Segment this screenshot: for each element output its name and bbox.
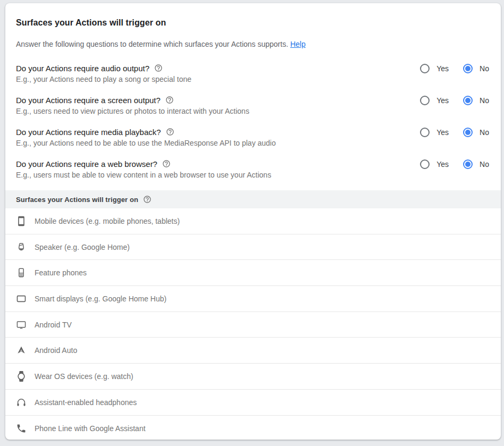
question-title: Do your Actions require a screen output? xyxy=(16,96,161,105)
surface-label: Wear OS devices (e.g. watch) xyxy=(35,372,133,381)
surface-label: Assistant-enabled headphones xyxy=(35,398,137,407)
surface-row-headphones: Assistant-enabled headphones xyxy=(5,390,501,416)
wear-os-watch-icon xyxy=(16,371,27,382)
radio-circle-no[interactable] xyxy=(463,96,473,105)
radio-circle-no[interactable] xyxy=(463,64,473,73)
radio-option-yes[interactable]: Yes xyxy=(420,96,449,105)
page-description: Answer the following questions to determ… xyxy=(16,40,489,48)
surface-label: Mobile devices (e.g. mobile phones, tabl… xyxy=(35,217,180,225)
radio-circle-no[interactable] xyxy=(463,159,473,169)
question-title: Do your Actions require media playback? xyxy=(16,128,161,137)
help-icon[interactable] xyxy=(166,128,174,136)
radio-option-no[interactable]: No xyxy=(463,159,489,169)
question-web-browser: Do your Actions require a web browser? E… xyxy=(16,158,489,179)
surface-row-smart-displays: Smart displays (e.g. Google Home Hub) xyxy=(5,286,501,312)
help-icon[interactable] xyxy=(165,96,174,104)
card-header: Surfaces your Actions will trigger on An… xyxy=(5,3,501,48)
question-title: Do your Actions require audio output? xyxy=(16,64,149,73)
surfaces-section-title: Surfaces your Actions will trigger on xyxy=(16,196,138,204)
question-subtitle: E.g., users need to view pictures or pho… xyxy=(16,107,249,115)
radio-label-yes: Yes xyxy=(436,128,449,137)
surface-row-android-auto: Android Auto xyxy=(5,338,501,364)
radio-circle-yes[interactable] xyxy=(420,64,430,73)
surface-label: Phone Line with Google Assistant xyxy=(35,424,146,433)
help-icon[interactable] xyxy=(143,195,152,204)
question-subtitle: E.g., your Actions need to be able to us… xyxy=(16,139,276,147)
surface-row-phone-line: Phone Line with Google Assistant xyxy=(5,416,501,440)
question-subtitle: E.g., users must be able to view content… xyxy=(16,171,271,179)
radio-group-media-playback: Yes No xyxy=(420,127,489,138)
radio-circle-yes[interactable] xyxy=(420,96,430,105)
smart-display-icon xyxy=(16,293,27,304)
radio-option-no[interactable]: No xyxy=(463,128,489,137)
radio-label-no: No xyxy=(480,160,489,169)
surfaces-section-header: Surfaces your Actions will trigger on xyxy=(5,190,501,208)
surface-row-speaker: Speaker (e.g. Google Home) xyxy=(5,234,501,260)
speaker-icon xyxy=(16,242,27,253)
page-description-text: Answer the following questions to determ… xyxy=(16,40,288,48)
surface-row-android-tv: Android TV xyxy=(5,312,501,338)
question-audio-output: Do your Actions require audio output? E.… xyxy=(16,63,489,83)
help-icon[interactable] xyxy=(154,64,163,72)
feature-phone-icon xyxy=(16,267,27,278)
radio-label-no: No xyxy=(480,64,489,73)
questions-list: Do your Actions require audio output? E.… xyxy=(5,48,501,179)
help-link[interactable]: Help xyxy=(290,40,306,48)
radio-option-yes[interactable]: Yes xyxy=(420,128,449,137)
radio-label-yes: Yes xyxy=(436,160,449,169)
radio-circle-yes[interactable] xyxy=(420,159,430,169)
surface-label: Android TV xyxy=(35,321,72,329)
question-title: Do your Actions require a web browser? xyxy=(16,159,157,169)
headphones-icon xyxy=(16,397,27,408)
surface-label: Feature phones xyxy=(35,268,87,277)
question-subtitle: E.g., your Actions need to play a song o… xyxy=(16,75,191,83)
radio-option-yes[interactable]: Yes xyxy=(420,64,449,73)
radio-option-no[interactable]: No xyxy=(463,96,489,105)
radio-label-no: No xyxy=(480,128,489,137)
radio-option-no[interactable]: No xyxy=(463,64,489,73)
radio-option-yes[interactable]: Yes xyxy=(420,159,449,169)
surface-label: Speaker (e.g. Google Home) xyxy=(35,243,130,251)
surface-row-wear-os: Wear OS devices (e.g. watch) xyxy=(5,364,501,390)
question-screen-output: Do your Actions require a screen output?… xyxy=(16,95,489,115)
surface-row-mobile-devices: Mobile devices (e.g. mobile phones, tabl… xyxy=(5,208,501,234)
radio-label-no: No xyxy=(480,96,489,105)
page-title: Surfaces your Actions will trigger on xyxy=(16,18,489,28)
radio-group-web-browser: Yes No xyxy=(420,159,489,170)
question-media-playback: Do your Actions require media playback? … xyxy=(16,127,489,147)
android-tv-icon xyxy=(16,319,27,330)
radio-circle-yes[interactable] xyxy=(420,128,430,137)
radio-circle-no[interactable] xyxy=(463,128,473,137)
surfaces-settings-card: Surfaces your Actions will trigger on An… xyxy=(5,3,501,440)
surface-label: Android Auto xyxy=(35,346,77,355)
radio-group-audio-output: Yes No xyxy=(420,63,489,74)
help-icon[interactable] xyxy=(162,159,171,168)
android-auto-icon xyxy=(16,345,27,356)
smartphone-icon xyxy=(16,216,27,226)
surfaces-list: Mobile devices (e.g. mobile phones, tabl… xyxy=(5,208,501,440)
radio-group-screen-output: Yes No xyxy=(420,95,489,106)
surface-row-feature-phones: Feature phones xyxy=(5,260,501,286)
surface-label: Smart displays (e.g. Google Home Hub) xyxy=(35,294,166,303)
radio-label-yes: Yes xyxy=(436,64,449,73)
phone-icon xyxy=(16,423,27,434)
radio-label-yes: Yes xyxy=(436,96,449,105)
